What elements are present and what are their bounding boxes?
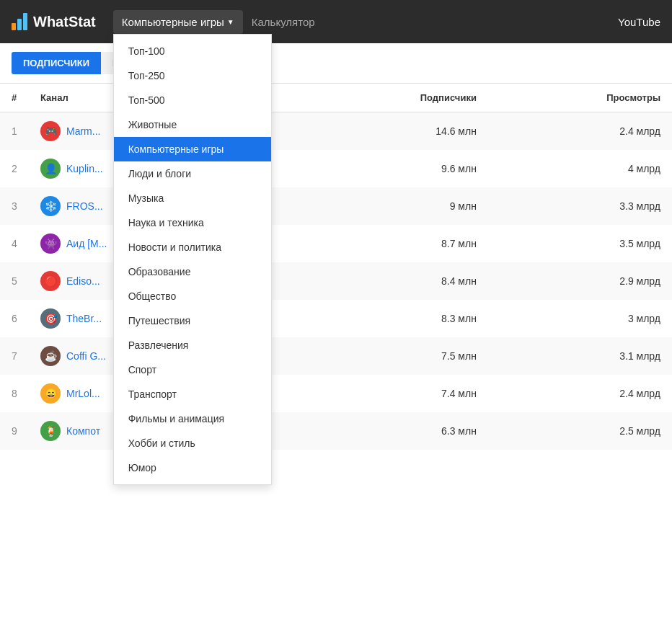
channel-avatar: 🎯 xyxy=(40,308,61,329)
rank-cell: 9 xyxy=(0,412,29,450)
views-cell: 4 млрд xyxy=(488,150,672,187)
views-cell: 2.9 млрд xyxy=(488,262,672,300)
table-container: # Канал Подписчики Просмотры 1 🎮 Marm...… xyxy=(0,84,672,450)
channel-name[interactable]: Coffi G... xyxy=(66,350,106,362)
dropdown-item-animals[interactable]: Животные xyxy=(114,112,271,137)
channel-name[interactable]: TheBr... xyxy=(66,313,102,324)
dropdown-item-travel[interactable]: Путешествия xyxy=(114,308,271,333)
views-cell: 3.5 млрд xyxy=(488,225,672,262)
views-cell: 3.1 млрд xyxy=(488,337,672,375)
dropdown-item-entertainment[interactable]: Развлечения xyxy=(114,333,271,357)
nav-main-button[interactable]: Компьютерные игры ▼ xyxy=(113,10,243,34)
col-rank: # xyxy=(0,84,29,112)
channel-avatar: 👾 xyxy=(40,234,61,254)
dropdown-menu: Топ-100 Топ-250 Топ-500 Животные Компьют… xyxy=(113,34,272,485)
dropdown-item-education[interactable]: Образование xyxy=(114,259,271,284)
subscribers-cell: 9.6 млн xyxy=(299,150,488,187)
rank-cell: 2 xyxy=(0,150,29,187)
subscribers-cell: 8.3 млн xyxy=(299,300,488,337)
channel-name[interactable]: Marm... xyxy=(66,125,100,137)
subscribers-cell: 7.5 млн xyxy=(299,337,488,375)
dropdown-item-people[interactable]: Люди и блоги xyxy=(114,161,271,186)
channel-avatar: 😄 xyxy=(40,383,61,404)
dropdown-item-gaming[interactable]: Компьютерные игры xyxy=(114,137,271,161)
nav-calculator[interactable]: Калькулятор xyxy=(243,10,324,34)
col-subscribers: Подписчики xyxy=(299,84,488,112)
dropdown-item-sport[interactable]: Спорт xyxy=(114,357,271,382)
rank-cell: 6 xyxy=(0,300,29,337)
table-body: 1 🎮 Marm... 14.6 млн 2.4 млрд 2 👤 Kuplin… xyxy=(0,112,672,450)
table-row: 1 🎮 Marm... 14.6 млн 2.4 млрд xyxy=(0,112,672,151)
table-row: 9 🍹 Компот 6.3 млн 2.5 млрд xyxy=(0,412,672,450)
rank-cell: 7 xyxy=(0,337,29,375)
logo-bar-2 xyxy=(17,19,22,30)
subscribers-cell: 14.6 млн xyxy=(299,112,488,151)
table-row: 6 🎯 TheBr... 8.3 млн 3 млрд xyxy=(0,300,672,337)
channel-avatar: 🍹 xyxy=(40,421,61,441)
subscribers-cell: 9 млн xyxy=(299,187,488,225)
dropdown-item-film[interactable]: Фильмы и анимация xyxy=(114,406,271,431)
chevron-down-icon: ▼ xyxy=(227,18,234,26)
col-views: Просмотры xyxy=(488,84,672,112)
channel-name[interactable]: Компот xyxy=(66,425,100,437)
subscribers-cell: 6.3 млн xyxy=(299,412,488,450)
channel-avatar: 🔴 xyxy=(40,271,61,291)
views-cell: 3 млрд xyxy=(488,300,672,337)
tabs-area: ПОДПИСЧИКИ ПРО... xyxy=(0,43,672,84)
views-cell: 2.4 млрд xyxy=(488,112,672,151)
table-row: 5 🔴 Ediso... 8.4 млн 2.9 млрд xyxy=(0,262,672,300)
logo-bar-1 xyxy=(12,23,16,30)
logo-icon xyxy=(12,13,27,30)
views-cell: 2.5 млрд xyxy=(488,412,672,450)
rankings-table: # Канал Подписчики Просмотры 1 🎮 Marm...… xyxy=(0,84,672,450)
dropdown-item-science[interactable]: Наука и техника xyxy=(114,210,271,235)
dropdown-item-transport[interactable]: Транспорт xyxy=(114,382,271,406)
channel-name[interactable]: MrLol... xyxy=(66,388,100,399)
channel-avatar: ❄️ xyxy=(40,196,61,216)
views-cell: 3.3 млрд xyxy=(488,187,672,225)
channel-name[interactable]: Ediso... xyxy=(66,275,100,287)
channel-name[interactable]: Kuplin... xyxy=(66,163,103,174)
logo-text: WhatStat xyxy=(33,14,96,30)
dropdown-item-top500[interactable]: Топ-500 xyxy=(114,88,271,112)
logo-area: WhatStat xyxy=(12,13,96,30)
dropdown-item-humor[interactable]: Юмор xyxy=(114,455,271,480)
dropdown-item-news[interactable]: Новости и политика xyxy=(114,235,271,259)
table-row: 2 👤 Kuplin... 9.6 млн 4 млрд xyxy=(0,150,672,187)
youtube-link[interactable]: YouTube xyxy=(618,16,660,28)
channel-avatar: 🎮 xyxy=(40,121,61,141)
table-row: 7 ☕ Coffi G... 7.5 млн 3.1 млрд xyxy=(0,337,672,375)
nav-main-label: Компьютерные игры xyxy=(122,16,224,28)
header: WhatStat Компьютерные игры ▼ Топ-100 Топ… xyxy=(0,0,672,43)
subscribers-cell: 8.7 млн xyxy=(299,225,488,262)
dropdown-item-hobby[interactable]: Хобби и стиль xyxy=(114,431,271,455)
channel-avatar: ☕ xyxy=(40,346,61,366)
rank-cell: 3 xyxy=(0,187,29,225)
dropdown-item-society[interactable]: Общество xyxy=(114,284,271,308)
dropdown-item-music[interactable]: Музыка xyxy=(114,186,271,210)
table-row: 8 😄 MrLol... 7.4 млн 2.4 млрд xyxy=(0,375,672,412)
tab-subscribers[interactable]: ПОДПИСЧИКИ xyxy=(12,52,101,74)
dropdown-item-top100[interactable]: Топ-100 xyxy=(114,39,271,63)
channel-avatar: 👤 xyxy=(40,159,61,179)
rank-cell: 8 xyxy=(0,375,29,412)
channel-name[interactable]: FROS... xyxy=(66,200,103,212)
subscribers-cell: 7.4 млн xyxy=(299,375,488,412)
rank-cell: 1 xyxy=(0,112,29,151)
views-cell: 2.4 млрд xyxy=(488,375,672,412)
nav-main-dropdown[interactable]: Компьютерные игры ▼ Топ-100 Топ-250 Топ-… xyxy=(113,10,243,34)
rank-cell: 4 xyxy=(0,225,29,262)
table-row: 3 ❄️ FROS... 9 млн 3.3 млрд xyxy=(0,187,672,225)
table-row: 4 👾 Аид [М... 8.7 млн 3.5 млрд xyxy=(0,225,672,262)
table-header-row: # Канал Подписчики Просмотры xyxy=(0,84,672,112)
dropdown-item-top250[interactable]: Топ-250 xyxy=(114,63,271,88)
subscribers-cell: 8.4 млн xyxy=(299,262,488,300)
logo-bar-3 xyxy=(23,13,27,30)
rank-cell: 5 xyxy=(0,262,29,300)
channel-name[interactable]: Аид [М... xyxy=(66,238,107,249)
